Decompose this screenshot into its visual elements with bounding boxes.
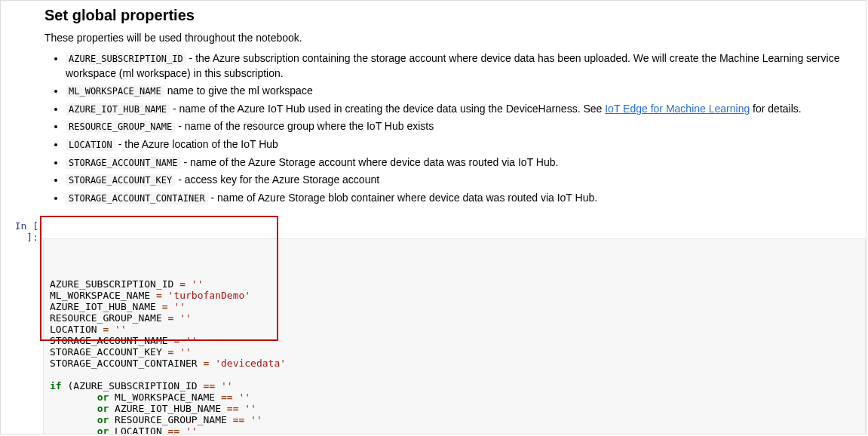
property-list-item: STORAGE_ACCOUNT_CONTAINER - name of Azur… (66, 191, 866, 206)
property-code: STORAGE_ACCOUNT_KEY (66, 174, 175, 186)
property-list-item: STORAGE_ACCOUNT_KEY - access key for the… (66, 173, 866, 188)
property-list-item: STORAGE_ACCOUNT_NAME - name of the Azure… (66, 155, 866, 170)
property-code: LOCATION (66, 139, 115, 151)
property-list-item: AZURE_SUBSCRIPTION_ID - the Azure subscr… (66, 51, 866, 81)
docs-link[interactable]: IoT Edge for Machine Learning (605, 103, 750, 115)
code-input-area[interactable]: AZURE_SUBSCRIPTION_ID = '' ML_WORKSPACE_… (43, 238, 866, 434)
section-description: These properties will be used throughout… (44, 32, 866, 44)
input-prompt: In [ ]: (1, 216, 43, 243)
property-code: ML_WORKSPACE_NAME (66, 85, 164, 97)
markdown-cell: Set global properties These properties w… (1, 7, 866, 216)
property-list: AZURE_SUBSCRIPTION_ID - the Azure subscr… (44, 51, 866, 205)
property-list-item: AZURE_IOT_HUB_NAME - name of the Azure I… (66, 102, 866, 117)
section-title: Set global properties (44, 7, 866, 24)
property-list-item: RESOURCE_GROUP_NAME - name of the resour… (66, 119, 866, 134)
property-code: AZURE_IOT_HUB_NAME (66, 103, 170, 115)
property-list-item: ML_WORKSPACE_NAME name to give the ml wo… (66, 84, 866, 99)
property-code: STORAGE_ACCOUNT_CONTAINER (66, 192, 208, 204)
property-code: STORAGE_ACCOUNT_NAME (66, 157, 181, 169)
property-code: RESOURCE_GROUP_NAME (66, 121, 175, 133)
code-cell[interactable]: In [ ]: AZURE_SUBSCRIPTION_ID = '' ML_WO… (1, 216, 866, 434)
notebook-container: Set global properties These properties w… (0, 0, 866, 434)
property-code: AZURE_SUBSCRIPTION_ID (66, 53, 186, 65)
property-list-item: LOCATION - the Azure location of the IoT… (66, 137, 866, 152)
